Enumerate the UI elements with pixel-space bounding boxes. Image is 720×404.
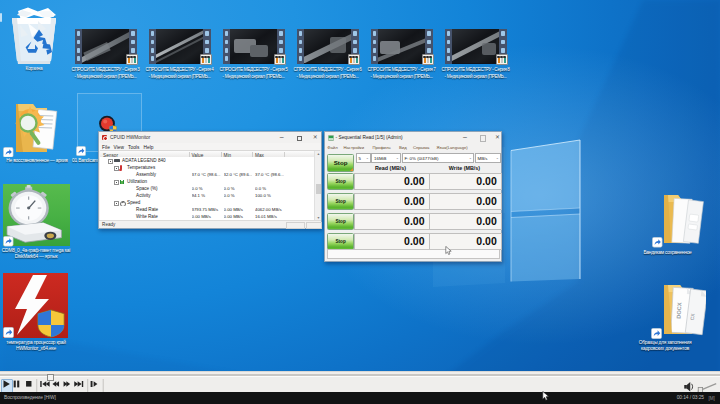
svg-text:DOCX: DOCX [676, 302, 683, 319]
